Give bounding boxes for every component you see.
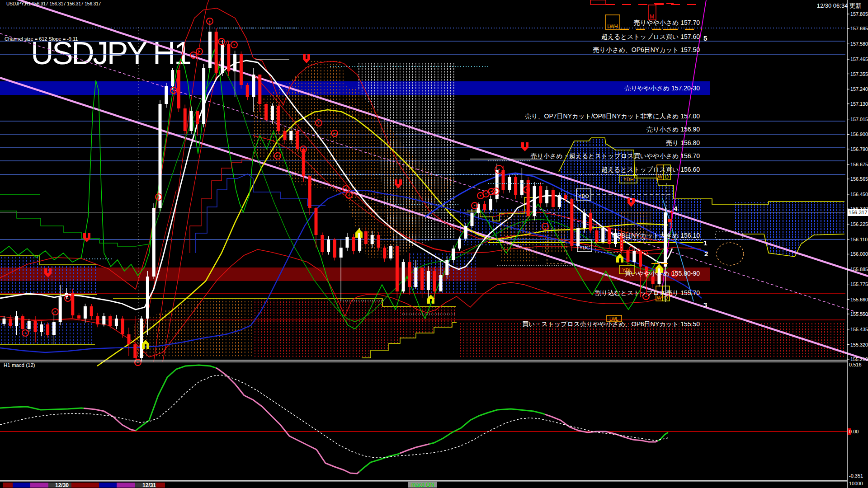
svg-text:YDC: YDC [579,245,590,250]
svg-text:OP8日NYカット大きめ 156.10: OP8日NYカット大きめ 156.10 [612,232,700,239]
svg-text:157.355: 157.355 [850,71,868,77]
svg-text:155.660: 155.660 [850,297,868,302]
svg-text:W: W [658,174,663,179]
svg-text:155.435: 155.435 [850,327,868,332]
svg-text:155.550: 155.550 [850,311,868,317]
svg-text:157.240: 157.240 [850,86,868,92]
svg-text:売り小さめ 156.90: 売り小さめ 156.90 [646,126,700,133]
svg-text:156.000: 156.000 [850,251,868,257]
svg-text:買い・ストップロス売りやや小さめ、OP6日NYカット 155: 買い・ストップロス売りやや小さめ、OP6日NYカット 155.50 [522,320,700,328]
svg-text:156.565: 156.565 [850,176,868,182]
svg-text:売りやや小さめ 157.70: 売りやや小さめ 157.70 [634,19,700,26]
svg-text:H1 macd (12): H1 macd (12) [4,362,35,368]
svg-text:12/30 06:34 更新: 12/30 06:34 更新 [817,2,861,9]
svg-text:157.015: 157.015 [850,117,868,122]
svg-text:YDH: YDH [623,177,633,182]
svg-text:超えるとストップロス買い 156.60: 超えるとストップロス買い 156.60 [601,166,700,173]
svg-text:売り 156.80: 売り 156.80 [666,139,700,146]
svg-text:買いやや小さめ 155.80-90: 買いやや小さめ 155.80-90 [624,270,700,277]
svg-text:LWH: LWH [607,23,618,29]
svg-text:割り込むとストップロス売り 155.70: 割り込むとストップロス売り 155.70 [595,289,700,296]
svg-text:155.775: 155.775 [850,282,868,287]
svg-text:3: 3 [703,301,707,309]
svg-text:156.790: 156.790 [850,146,868,152]
svg-text:Channel size = 612 Slope = -9.: Channel size = 612 Slope = -9.11 [5,36,78,42]
svg-text:156.900: 156.900 [850,131,868,137]
svg-text:10000: 10000 [849,481,863,486]
svg-text:超えるとストップロス買い 157.60: 超えるとストップロス買い 157.60 [601,33,700,40]
svg-text:157.465: 157.465 [850,56,868,62]
svg-text:0.516: 0.516 [849,362,862,367]
svg-text:売り小さめ、OP6日NYカット 157.50: 売り小さめ、OP6日NYカット 157.50 [593,46,700,53]
svg-text:157.580: 157.580 [850,41,868,47]
svg-text:156.317: 156.317 [849,210,868,215]
svg-text:12/30: 12/30 [55,482,69,488]
svg-text:D: D [665,174,669,179]
svg-text:156.110: 156.110 [850,237,868,242]
svg-text:売り、OP7日NYカット/OP8日NYカット非常に大きめ 1: 売り、OP7日NYカット/OP8日NYカット非常に大きめ 157.00 [525,113,700,120]
svg-text:157.130: 157.130 [850,101,868,107]
svg-text:0.00: 0.00 [849,429,859,434]
svg-text:155.320: 155.320 [850,342,868,347]
svg-text:12/31: 12/31 [142,482,156,488]
svg-text:売りやや小さめ 157.20-30: 売りやや小さめ 157.20-30 [624,84,700,92]
svg-text:YDO: YDO [578,193,589,199]
svg-text:USDJPY,H1 156.317 156.317 156: USDJPY,H1 156.317 156.317 156.317 156.31… [6,1,101,6]
svg-text:4: 4 [674,205,678,212]
svg-text:-0.351: -0.351 [849,473,863,479]
svg-text:1: 1 [703,239,707,247]
svg-text:156.225: 156.225 [850,221,868,227]
svg-text:5: 5 [703,34,707,42]
svg-text:155.210: 155.210 [850,357,868,362]
svg-text:売り小さめ・超えるとストップロス買いやや小さめ 156.70: 売り小さめ・超えるとストップロス買いやや小さめ 156.70 [531,152,700,160]
svg-text:155.885: 155.885 [850,267,868,272]
svg-text:2: 2 [704,250,708,258]
svg-text:156.450: 156.450 [850,192,868,197]
svg-text:157.695: 157.695 [850,26,868,31]
svg-text:macd ON: macd ON [411,482,434,488]
svg-text:157.805: 157.805 [850,11,868,17]
svg-text:156.675: 156.675 [850,162,868,167]
